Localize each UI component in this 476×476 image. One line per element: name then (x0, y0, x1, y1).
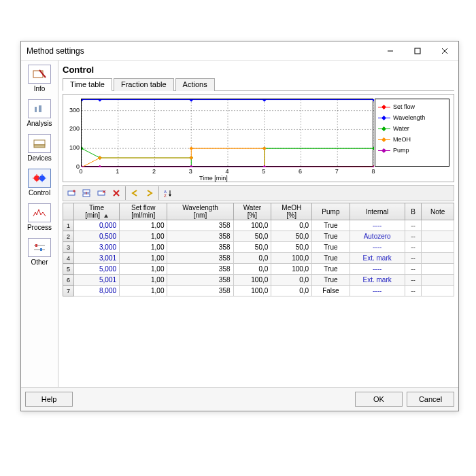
tab-actions[interactable]: Actions (175, 78, 215, 91)
cell[interactable] (422, 286, 454, 296)
cell[interactable]: False (312, 286, 350, 296)
delete-row-button[interactable] (94, 186, 109, 200)
tab-fraction-table[interactable]: Fraction table (114, 78, 174, 91)
cell[interactable]: 3,001 (74, 253, 120, 264)
cell[interactable]: True (312, 275, 350, 286)
cell[interactable]: ---- (350, 264, 405, 275)
cell[interactable]: 0,500 (74, 231, 120, 242)
cell[interactable]: 8,000 (74, 286, 120, 296)
clear-button[interactable] (109, 186, 124, 200)
cell[interactable]: 1,00 (120, 286, 167, 296)
cell[interactable]: 1,00 (120, 253, 167, 264)
table-row[interactable]: 43,0011,003580,0100,0TrueExt. mark-- (63, 253, 454, 264)
cell[interactable]: ---- (350, 242, 405, 253)
col-setflow[interactable]: Set flow[ml/min] (120, 203, 167, 220)
close-button[interactable] (431, 41, 458, 61)
cell[interactable]: 100,0 (233, 286, 271, 296)
table-row[interactable]: 55,0001,003580,0100,0True------ (63, 264, 454, 275)
cell[interactable]: Ext. mark (350, 275, 405, 286)
cell[interactable]: 100,0 (271, 253, 312, 264)
cell[interactable] (422, 220, 454, 231)
cell[interactable]: 100,0 (233, 220, 271, 231)
cell[interactable]: 1,00 (120, 242, 167, 253)
cell[interactable]: True (312, 231, 350, 242)
col-note[interactable]: Note (422, 203, 454, 220)
cell[interactable]: 5,000 (74, 264, 120, 275)
cell[interactable]: -- (405, 242, 422, 253)
cell[interactable]: 1,00 (120, 275, 167, 286)
cell[interactable]: 2 (63, 231, 74, 242)
cell[interactable] (422, 253, 454, 264)
cell[interactable]: 1 (63, 220, 74, 231)
cell[interactable]: 100,0 (233, 275, 271, 286)
table-row[interactable]: 78,0001,00358100,00,0False------ (63, 286, 454, 296)
cell[interactable]: ---- (350, 286, 405, 296)
nav-info[interactable]: Info (24, 63, 55, 95)
nav-control[interactable]: Control (24, 167, 55, 199)
cell[interactable]: 358 (167, 275, 233, 286)
cell[interactable]: True (312, 242, 350, 253)
cell[interactable]: 358 (167, 253, 233, 264)
cell[interactable]: 5,001 (74, 275, 120, 286)
cell[interactable] (422, 264, 454, 275)
cell[interactable]: 1,00 (120, 264, 167, 275)
col-internal[interactable]: Internal (350, 203, 405, 220)
cell[interactable]: 0,000 (74, 220, 120, 231)
cell[interactable]: 1,00 (120, 231, 167, 242)
cell[interactable]: 0,0 (233, 253, 271, 264)
cell[interactable]: 4 (63, 253, 74, 264)
cell[interactable]: -- (405, 220, 422, 231)
cell[interactable]: True (312, 253, 350, 264)
nav-other[interactable]: Other (24, 237, 55, 269)
col-water[interactable]: Water[%] (233, 203, 271, 220)
col-b[interactable]: B (405, 203, 422, 220)
cell[interactable]: -- (405, 275, 422, 286)
cell[interactable]: 3,000 (74, 242, 120, 253)
minimize-button[interactable] (377, 41, 404, 61)
cell[interactable]: True (312, 264, 350, 275)
cancel-button[interactable]: Cancel (407, 392, 454, 407)
maximize-button[interactable] (404, 41, 431, 61)
cell[interactable]: -- (405, 264, 422, 275)
nav-analysis[interactable]: Analysis (24, 98, 55, 130)
ok-button[interactable]: OK (355, 392, 403, 407)
nav-devices[interactable]: Devices (24, 133, 55, 165)
time-table-grid[interactable]: Time[min] Set flow[ml/min]Wavelength[nm]… (63, 203, 454, 296)
help-button[interactable]: Help (25, 392, 73, 407)
table-row[interactable]: 65,0011,00358100,00,0TrueExt. mark-- (63, 275, 454, 286)
cell[interactable]: 100,0 (271, 264, 312, 275)
cell[interactable]: 0,0 (233, 264, 271, 275)
cell[interactable]: 358 (167, 220, 233, 231)
cell[interactable] (422, 275, 454, 286)
cell[interactable]: ---- (350, 220, 405, 231)
cell[interactable]: 7 (63, 286, 74, 296)
cell[interactable]: 358 (167, 231, 233, 242)
cell[interactable]: 50,0 (233, 231, 271, 242)
cell[interactable]: 358 (167, 242, 233, 253)
cell[interactable]: 0,0 (271, 275, 312, 286)
cell[interactable]: 50,0 (233, 242, 271, 253)
cell[interactable]: 50,0 (271, 231, 312, 242)
sort-button[interactable]: AZ (160, 186, 175, 200)
col-wavelength[interactable]: Wavelength[nm] (167, 203, 233, 220)
table-row[interactable]: 10,0001,00358100,00,0True------ (63, 220, 454, 231)
cell[interactable]: 50,0 (271, 242, 312, 253)
cell[interactable]: 358 (167, 264, 233, 275)
cell[interactable] (422, 242, 454, 253)
cell[interactable]: 358 (167, 286, 233, 296)
undo-button[interactable] (127, 186, 142, 200)
cell[interactable]: -- (405, 286, 422, 296)
redo-button[interactable] (142, 186, 157, 200)
col-pump[interactable]: Pump (312, 203, 350, 220)
cell[interactable]: 6 (63, 275, 74, 286)
table-row[interactable]: 20,5001,0035850,050,0TrueAutozero-- (63, 231, 454, 242)
cell[interactable]: 5 (63, 264, 74, 275)
cell[interactable]: 0,0 (271, 220, 312, 231)
nav-process[interactable]: Process (24, 202, 55, 234)
col-time[interactable]: Time[min] (74, 203, 120, 220)
insert-row-button[interactable] (79, 186, 94, 200)
cell[interactable]: 3 (63, 242, 74, 253)
tab-time-table[interactable]: Time table (63, 78, 112, 91)
cell[interactable]: -- (405, 231, 422, 242)
cell[interactable]: True (312, 220, 350, 231)
